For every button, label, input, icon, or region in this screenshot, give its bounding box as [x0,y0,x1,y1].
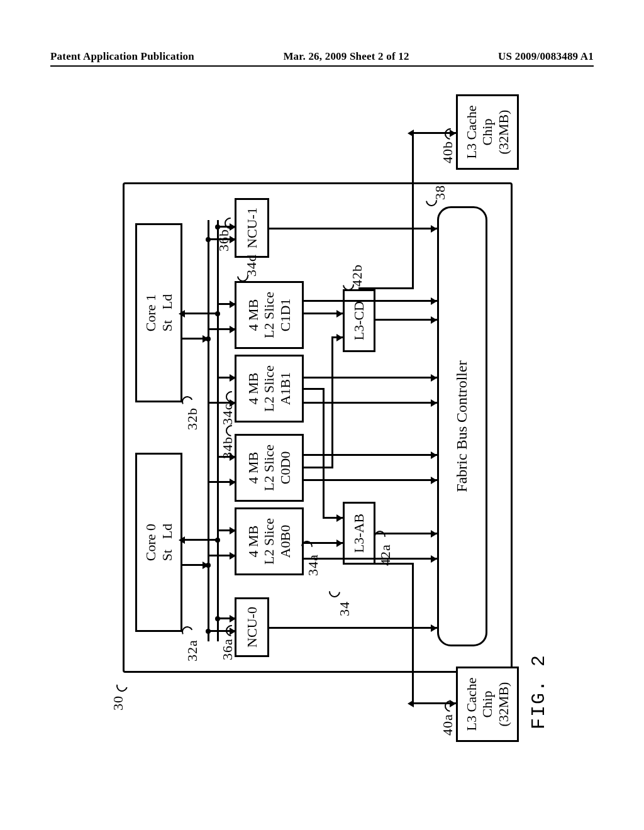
l2c2-fabric [304,377,437,379]
ah [431,477,437,484]
ah [431,530,437,538]
ah [230,628,236,635]
ah [431,297,437,305]
l3cd-fabric [375,319,437,321]
ah [230,552,236,560]
ah [450,700,456,707]
page-header: Patent Application Publication Mar. 26, … [50,50,594,63]
conn-core0-ld [182,539,218,541]
ref-l3cache-b: 40b [440,141,456,163]
ah [450,130,456,137]
ref-chip: 30 [110,695,126,711]
dot [206,563,211,568]
l3-cache-chip-right: L3 Cache Chip (32MB) [456,94,519,170]
l2a2-fabric [304,558,437,560]
ref-ncu0: 36a [219,638,236,660]
ah [230,374,236,382]
ah [336,310,343,318]
dot [215,311,220,316]
header-left: Patent Application Publication [50,50,194,63]
ah [431,399,437,407]
ah [431,316,437,324]
route-a1-v [304,388,324,390]
ref-core0: 32a [184,639,201,661]
ah [230,399,236,407]
dot [215,224,220,230]
leader-30 [114,678,130,694]
l3ab-out-h [412,563,414,704]
ah [408,130,414,137]
ah [230,453,236,461]
ah [431,374,437,382]
ah [230,479,236,486]
l2b-fabric [304,479,437,481]
bus-line-2 [217,220,219,641]
dot [206,629,211,634]
ah [431,555,437,563]
l2-slice-a1b1: 4 MB L2 Slice A1B1 [235,355,304,423]
ah [179,536,185,544]
dot [206,237,211,242]
core1-title: Core 1 [143,225,158,401]
l3ab-fabric [375,533,437,534]
bus-line-1 [208,220,209,641]
route-a1-h [323,388,325,519]
header-right: US 2009/0083489 A1 [498,50,594,63]
core0-title: Core 0 [143,455,158,630]
ref-l3cache-a: 40a [440,714,456,736]
core-0: Core 0 St Ld [135,453,182,632]
patent-page: Patent Application Publication Mar. 26, … [0,0,644,830]
ah [230,326,236,333]
dot [206,336,211,341]
l2b2-fabric [304,454,437,456]
ah [408,700,414,707]
dot [215,616,220,621]
ah [179,310,185,318]
ah [336,334,343,341]
header-rule [50,65,594,67]
header-center: Mar. 26, 2009 Sheet 2 of 12 [283,50,409,63]
ah [230,527,236,534]
ah [230,223,236,231]
ncu-1: NCU-1 [235,198,269,258]
l3ab-exit [358,563,412,565]
ah [431,451,437,459]
ah [431,225,437,233]
l2-slice-c1d1: 4 MB L2 Slice C1D1 [235,281,304,349]
l3cd-out-h [412,132,414,289]
route-c0-v [304,467,333,468]
fabric-bus-controller: Fabric Bus Controller [437,206,487,646]
ah [336,540,343,547]
conn-core1-ld [182,313,218,314]
core1-stld: St Ld [159,225,175,401]
ah [230,615,236,622]
l2c-fabric [304,402,437,404]
ah [230,236,236,243]
l3-cd: L3-CD [343,289,375,352]
l2-slice-c0d0: 4 MB L2 Slice C0D0 [235,434,304,502]
ah [230,301,236,308]
l3cd-exit-v [358,287,412,289]
figure-rotated-container: 30 Core 0 St Ld 32a Core 1 St Ld [0,176,644,673]
dot [215,538,220,543]
figure-canvas: 30 Core 0 St Ld 32a Core 1 St Ld [72,94,569,755]
ah [431,624,437,632]
core-1: Core 1 St Ld [135,223,182,402]
ref-l2-group: 34 [336,601,353,616]
ncu-0: NCU-0 [235,597,269,657]
l3-ab: L3-AB [343,502,375,565]
ah [336,514,343,522]
l2d2-fabric [304,300,437,302]
figure-caption: FIG. 2 [528,654,550,729]
core0-stld: St Ld [159,455,175,630]
l2-slice-a0b0: 4 MB L2 Slice A0B0 [235,507,304,575]
l3-cache-chip-left: L3 Cache Chip (32MB) [456,667,519,742]
ref-core1: 32b [184,407,201,430]
